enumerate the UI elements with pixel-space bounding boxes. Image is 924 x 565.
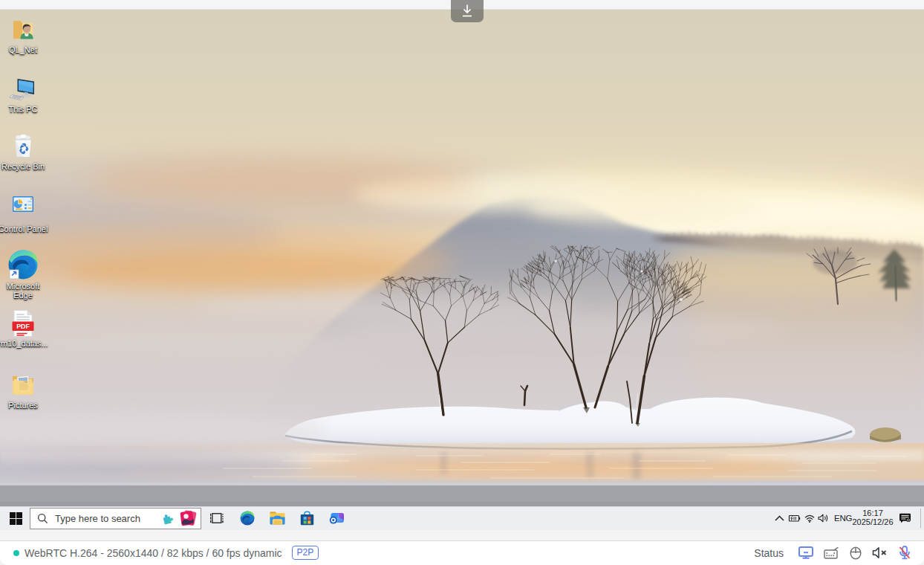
- svg-text:PDF: PDF: [16, 323, 30, 330]
